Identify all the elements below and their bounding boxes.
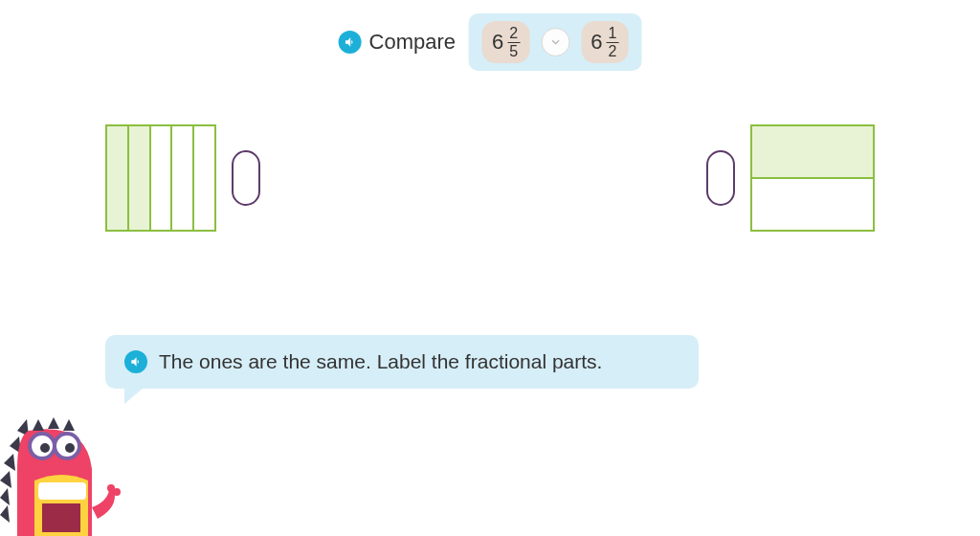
svg-rect-6: [38, 482, 86, 500]
fraction-right: 1 2: [606, 25, 618, 59]
instruction-bubble: The ones are the same. Label the fractio…: [105, 335, 699, 389]
mascot: [0, 402, 124, 536]
svg-marker-4: [0, 488, 10, 505]
bar-cell[interactable]: [172, 126, 194, 230]
compare-label: Compare: [369, 30, 456, 55]
compare-selector[interactable]: [541, 28, 569, 56]
svg-marker-2: [4, 454, 15, 471]
bar-cell[interactable]: [752, 126, 873, 179]
whole-left: 6: [492, 30, 503, 55]
bar-cell[interactable]: [752, 179, 873, 230]
bar-cell[interactable]: [129, 126, 151, 230]
svg-point-12: [40, 443, 50, 453]
fraction-left: 2 5: [507, 25, 520, 59]
svg-marker-3: [0, 471, 11, 488]
bar-cell[interactable]: [151, 126, 173, 230]
whole-right: 6: [590, 30, 602, 55]
fraction-model-right: [706, 124, 875, 232]
label-input-left[interactable]: [232, 150, 260, 206]
instruction-text: The ones are the same. Label the fractio…: [159, 350, 602, 373]
fraction-bar-left: [105, 124, 216, 232]
svg-marker-15: [48, 417, 59, 429]
svg-rect-7: [42, 503, 80, 532]
svg-marker-16: [63, 419, 75, 431]
label-input-right[interactable]: [706, 150, 735, 206]
mixed-number-left: 6 2 5: [482, 21, 529, 63]
compare-left: Compare: [339, 30, 456, 55]
fraction-model-left: [105, 124, 260, 232]
mixed-number-right: 6 1 2: [581, 21, 628, 63]
stage: Compare 6 2 5 6 1 2: [0, 0, 980, 536]
svg-marker-14: [33, 419, 44, 431]
svg-point-18: [113, 488, 121, 496]
bar-cell[interactable]: [194, 126, 214, 230]
speech-tail: [124, 383, 149, 404]
compare-header: Compare 6 2 5 6 1 2: [339, 13, 642, 71]
svg-marker-5: [0, 505, 10, 523]
bar-cell[interactable]: [107, 126, 129, 230]
svg-point-13: [65, 443, 75, 453]
compare-box: 6 2 5 6 1 2: [469, 13, 641, 71]
chevron-down-icon: [548, 35, 562, 49]
audio-icon[interactable]: [124, 350, 147, 373]
fraction-bar-right: [750, 124, 875, 232]
audio-icon[interactable]: [339, 31, 362, 54]
